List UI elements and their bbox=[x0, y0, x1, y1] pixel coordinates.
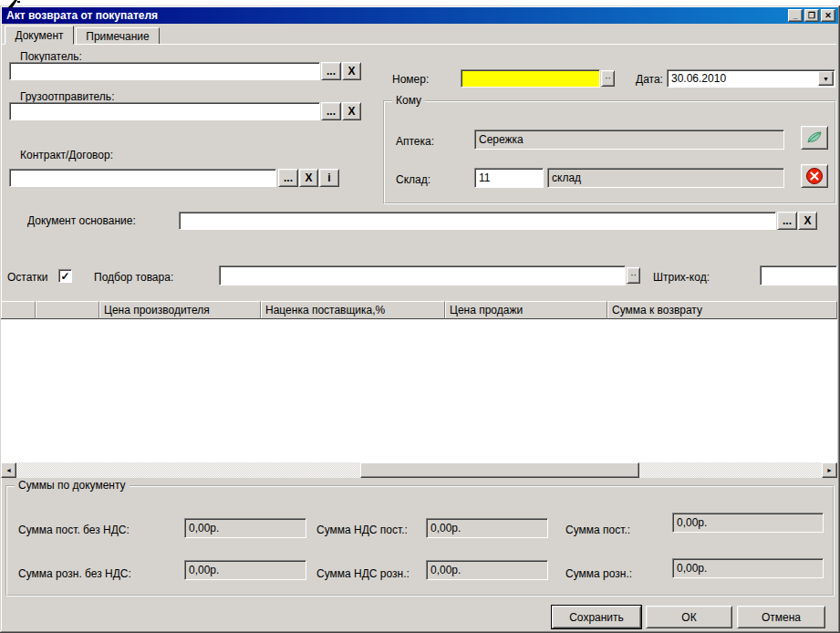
apteka-label: Аптека: bbox=[396, 135, 434, 148]
ostatki-label: Остатки bbox=[7, 271, 48, 284]
maximize-button[interactable]: ❐ bbox=[804, 9, 819, 22]
basedoc-label: Документ основание: bbox=[27, 214, 136, 227]
contract-info-button[interactable]: i bbox=[319, 169, 339, 187]
date-combobox[interactable]: 30.06.2010 ▼ bbox=[667, 69, 835, 88]
sklad-label: Склад: bbox=[396, 173, 430, 186]
barcode-label: Штрих-код: bbox=[653, 271, 710, 284]
buyer-label: Покупатель: bbox=[20, 50, 82, 63]
shipper-label: Грузоотправитель: bbox=[20, 90, 114, 103]
leaf-icon bbox=[805, 130, 824, 146]
contract-clear-button[interactable]: X bbox=[299, 169, 318, 187]
scroll-right-icon: ► bbox=[826, 467, 833, 473]
grid-body bbox=[1, 319, 837, 462]
ok-button[interactable]: ОК bbox=[646, 606, 732, 628]
basedoc-clear-button[interactable]: X bbox=[798, 212, 817, 230]
apteka-field: Сережка bbox=[474, 130, 784, 150]
scroll-right-button[interactable]: ► bbox=[822, 462, 837, 478]
sklad-name-field: склад bbox=[547, 168, 784, 188]
grid-header: Цена производителя Наценка поставщика,% … bbox=[1, 301, 837, 319]
shipper-browse-button[interactable]: ... bbox=[321, 102, 341, 120]
scrollbar-thumb[interactable] bbox=[360, 462, 639, 478]
sum-vat-post-label: Сумма НДС пост.: bbox=[316, 524, 408, 536]
date-dropdown-button[interactable]: ▼ bbox=[818, 71, 834, 86]
buyer-input[interactable] bbox=[9, 62, 320, 80]
grid-column-producer-price[interactable]: Цена производителя bbox=[99, 301, 261, 319]
tab-document[interactable]: Документ bbox=[5, 26, 74, 45]
sum-rozn-label: Сумма розн.: bbox=[565, 567, 632, 580]
basedoc-input[interactable] bbox=[179, 212, 776, 230]
contract-input[interactable] bbox=[9, 169, 276, 187]
tab-note[interactable]: Примечание bbox=[76, 27, 160, 45]
recipient-legend: Кому bbox=[392, 94, 425, 107]
sum-post-novat-field: 0,00р. bbox=[184, 518, 306, 538]
podbor-input[interactable] bbox=[219, 265, 626, 285]
close-icon: ✕ bbox=[824, 12, 832, 20]
grid-column-return-sum[interactable]: Сумма к возврату bbox=[607, 301, 837, 319]
ostatki-checkbox[interactable]: ✓ bbox=[58, 269, 72, 283]
scroll-left-icon: ◄ bbox=[5, 467, 12, 473]
contract-browse-button[interactable]: ... bbox=[278, 169, 298, 187]
sums-groupbox: Суммы по документу Сумма пост. без НДС: … bbox=[5, 485, 835, 597]
save-button[interactable]: Сохранить bbox=[552, 606, 641, 628]
sum-post-label: Сумма пост.: bbox=[565, 524, 630, 536]
grid-column-markup[interactable]: Наценка поставщика,% bbox=[261, 301, 445, 319]
sum-rozn-novat-label: Сумма розн. без НДС: bbox=[18, 567, 131, 580]
basedoc-browse-button[interactable]: ... bbox=[777, 212, 797, 230]
shipper-input[interactable] bbox=[9, 102, 320, 120]
close-button[interactable]: ✕ bbox=[821, 9, 835, 22]
number-input[interactable] bbox=[461, 69, 600, 88]
cancel-button[interactable]: Отмена bbox=[737, 606, 825, 628]
scroll-left-button[interactable]: ◄ bbox=[1, 462, 16, 478]
minimize-button[interactable]: _ bbox=[788, 9, 803, 22]
maximize-icon: ❐ bbox=[808, 12, 815, 20]
date-value: 30.06.2010 bbox=[671, 72, 726, 85]
sum-rozn-field: 0,00р. bbox=[672, 558, 824, 578]
podbor-browse-button[interactable]: ·· bbox=[627, 267, 640, 284]
recipient-groupbox: Кому Аптека: Сережка Склад: склад bbox=[383, 100, 836, 204]
horizontal-scrollbar[interactable]: ◄ ► bbox=[1, 462, 837, 478]
return-act-window: Акт возврата от покупателя _ ❐ ✕ Докумен… bbox=[0, 5, 840, 633]
sum-post-novat-label: Сумма пост. без НДС: bbox=[18, 524, 130, 536]
buyer-clear-button[interactable]: X bbox=[342, 62, 361, 80]
sklad-delete-button[interactable] bbox=[801, 164, 828, 188]
sum-vat-post-field: 0,00р. bbox=[426, 518, 548, 538]
delete-circle-icon bbox=[805, 167, 824, 185]
window-title: Акт возврата от покупателя bbox=[6, 9, 786, 22]
apteka-clear-button[interactable] bbox=[801, 126, 828, 150]
grid-column-blank[interactable] bbox=[36, 301, 99, 319]
podbor-label: Подбор товара: bbox=[94, 271, 173, 284]
sum-rozn-novat-field: 0,00р. bbox=[184, 560, 306, 580]
check-icon: ✓ bbox=[60, 271, 69, 282]
contract-label: Контракт/Договор: bbox=[20, 149, 113, 161]
sum-vat-rozn-field: 0,00р. bbox=[426, 560, 548, 580]
number-browse-button[interactable]: ·· bbox=[601, 70, 615, 87]
grid-column-indicator[interactable] bbox=[1, 301, 36, 319]
minimize-icon: _ bbox=[793, 12, 797, 20]
tab-baseline bbox=[2, 44, 836, 45]
chevron-down-icon: ▼ bbox=[823, 76, 829, 82]
barcode-input[interactable] bbox=[760, 265, 837, 285]
shipper-clear-button[interactable]: X bbox=[342, 102, 361, 120]
sum-post-field: 0,00р. bbox=[672, 513, 824, 533]
number-label: Номер: bbox=[392, 73, 429, 86]
title-bar[interactable]: Акт возврата от покупателя _ ❐ ✕ bbox=[2, 7, 838, 24]
buyer-browse-button[interactable]: ... bbox=[321, 62, 341, 80]
grid-column-sale-price[interactable]: Цена продажи bbox=[445, 301, 607, 319]
sklad-code-input[interactable] bbox=[474, 168, 544, 188]
sum-vat-rozn-label: Сумма НДС розн.: bbox=[316, 567, 410, 580]
cursor-artifact bbox=[7, 0, 22, 8]
date-label: Дата: bbox=[636, 73, 663, 86]
sums-legend: Суммы по документу bbox=[15, 479, 130, 492]
